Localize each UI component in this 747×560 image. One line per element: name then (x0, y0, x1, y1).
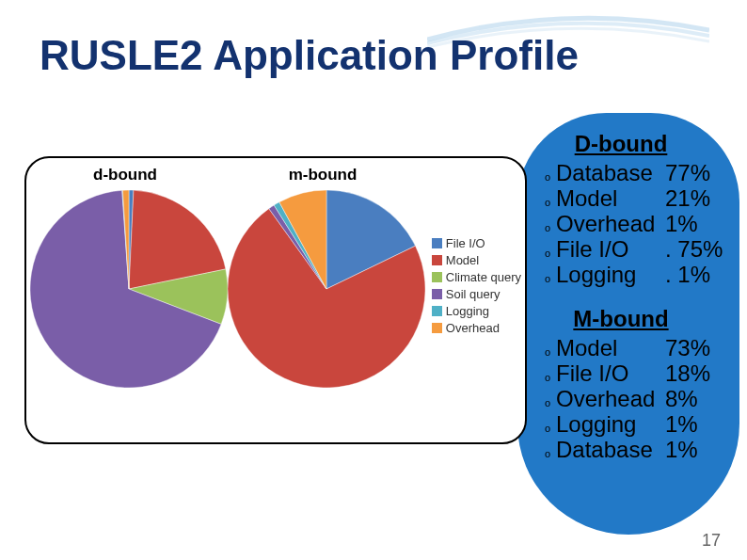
d-bound-heading: D-bound (550, 131, 691, 157)
stat-value: 8% (665, 387, 698, 412)
bullet: o (545, 423, 552, 434)
bullet: o (545, 171, 552, 183)
stat-value: 1% (665, 212, 698, 237)
bullet: o (545, 346, 552, 358)
pie-d-bound (30, 190, 228, 388)
legend-label: Logging (446, 304, 489, 318)
stat-row: oFile I/O. 75% (543, 237, 731, 263)
stat-label: Logging (556, 412, 665, 438)
stat-row: oFile I/O18% (543, 361, 731, 387)
stat-value: . 1% (665, 263, 710, 288)
legend-swatch (432, 255, 442, 265)
legend-item: Model (432, 253, 521, 267)
stat-value: . 75% (665, 237, 723, 263)
legend-item: File I/O (432, 236, 521, 250)
legend-label: Overhead (446, 321, 500, 335)
stat-row: oLogging. 1% (543, 263, 731, 288)
bullet: o (545, 248, 552, 259)
legend-item: Soil query (432, 287, 521, 301)
legend-swatch (432, 306, 442, 316)
pie-title-d: d-bound (31, 166, 219, 184)
pie-title-m: m-bound (229, 166, 417, 184)
stat-value: 73% (665, 336, 710, 361)
legend-label: File I/O (446, 236, 485, 250)
bullet: o (545, 222, 552, 233)
bullet: o (545, 273, 552, 284)
stat-label: Overhead (556, 387, 665, 412)
stat-row: oModel73% (543, 336, 731, 361)
legend-swatch (432, 238, 442, 248)
legend-label: Climate query (446, 270, 521, 284)
legend-label: Model (446, 253, 479, 267)
stat-label: Logging (556, 263, 665, 288)
legend-item: Climate query (432, 270, 521, 284)
pie-m-bound (228, 190, 425, 388)
page-number: 17 (702, 531, 721, 551)
stat-value: 21% (665, 186, 710, 212)
bullet: o (545, 197, 552, 208)
legend-swatch (432, 323, 442, 333)
page-title: RUSLE2 Application Profile (40, 32, 579, 79)
pie-chart (30, 190, 228, 388)
stat-row: oModel21% (543, 186, 731, 212)
legend-swatch (432, 289, 442, 299)
stat-value: 1% (665, 438, 698, 463)
stat-label: File I/O (556, 237, 665, 263)
pie-chart (228, 190, 425, 388)
stat-label: Database (556, 161, 665, 186)
legend-label: Soil query (446, 287, 501, 301)
m-bound-heading: M-bound (550, 306, 691, 332)
charts-panel: d-bound m-bound File I/OModelClimate que… (24, 156, 527, 444)
stat-label: Model (556, 186, 665, 212)
stat-row: oDatabase1% (543, 438, 731, 463)
legend-swatch (432, 272, 442, 282)
stat-label: Model (556, 336, 665, 361)
info-text: D-bound oDatabase77%oModel21%oOverhead1%… (543, 127, 731, 463)
bullet: o (545, 397, 552, 408)
legend: File I/OModelClimate querySoil queryLogg… (432, 233, 521, 338)
legend-item: Logging (432, 304, 521, 318)
bullet: o (545, 372, 552, 383)
legend-item: Overhead (432, 321, 521, 335)
stat-value: 18% (665, 361, 710, 387)
stat-row: oDatabase77% (543, 161, 731, 186)
stat-row: oOverhead 8% (543, 387, 731, 412)
stat-row: oOverhead1% (543, 212, 731, 237)
stat-label: Overhead (556, 212, 665, 237)
bullet: o (545, 448, 552, 459)
stat-label: File I/O (556, 361, 665, 387)
stat-row: oLogging1% (543, 412, 731, 438)
stat-label: Database (556, 438, 665, 463)
stat-value: 77% (665, 161, 710, 186)
stat-value: 1% (665, 412, 698, 438)
